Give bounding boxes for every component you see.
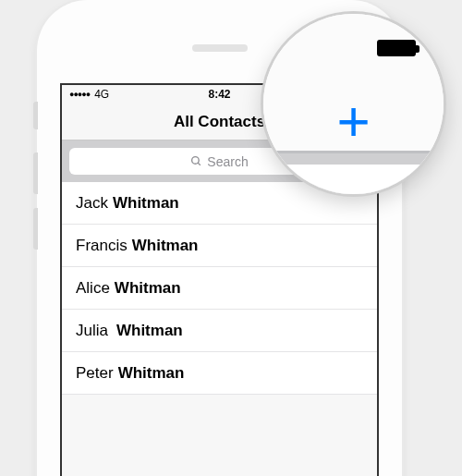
contact-last-name: Whitman	[118, 364, 185, 383]
search-icon	[190, 155, 202, 167]
speaker-grille	[192, 44, 248, 52]
svg-point-0	[192, 157, 200, 165]
page-title: All Contacts	[174, 113, 265, 131]
contact-first-name: Peter	[76, 364, 114, 383]
carrier-label: 4G	[94, 88, 109, 101]
contact-first-name: Francis	[76, 237, 128, 255]
contact-first-name: Alice	[76, 279, 110, 298]
battery-icon	[377, 40, 416, 56]
volume-down-button	[33, 208, 38, 250]
list-item[interactable]: Alice Whitman	[62, 267, 377, 310]
contact-last-name: Whitman	[132, 237, 199, 255]
contacts-list: Jack Whitman Francis Whitman Alice Whitm…	[62, 182, 377, 395]
mute-switch	[33, 102, 38, 129]
volume-up-button	[33, 153, 38, 194]
contact-last-name: Whitman	[116, 322, 183, 340]
contact-first-name: Julia	[76, 322, 108, 340]
contact-last-name: Whitman	[115, 279, 181, 298]
list-item[interactable]: Julia Whitman	[62, 310, 377, 352]
list-item[interactable]: Francis Whitman	[62, 225, 377, 267]
list-item[interactable]: Peter Whitman	[62, 352, 377, 395]
svg-line-1	[198, 163, 201, 165]
battery-fill	[379, 42, 414, 55]
clock-label: 8:42	[208, 88, 230, 101]
zoom-lens: +	[263, 14, 444, 194]
signal-dots-icon: ●●●●●	[69, 90, 90, 99]
search-placeholder: Search	[207, 154, 248, 169]
add-contact-button[interactable]: +	[336, 92, 370, 150]
contact-last-name: Whitman	[113, 194, 179, 213]
contact-first-name: Jack	[76, 194, 108, 213]
